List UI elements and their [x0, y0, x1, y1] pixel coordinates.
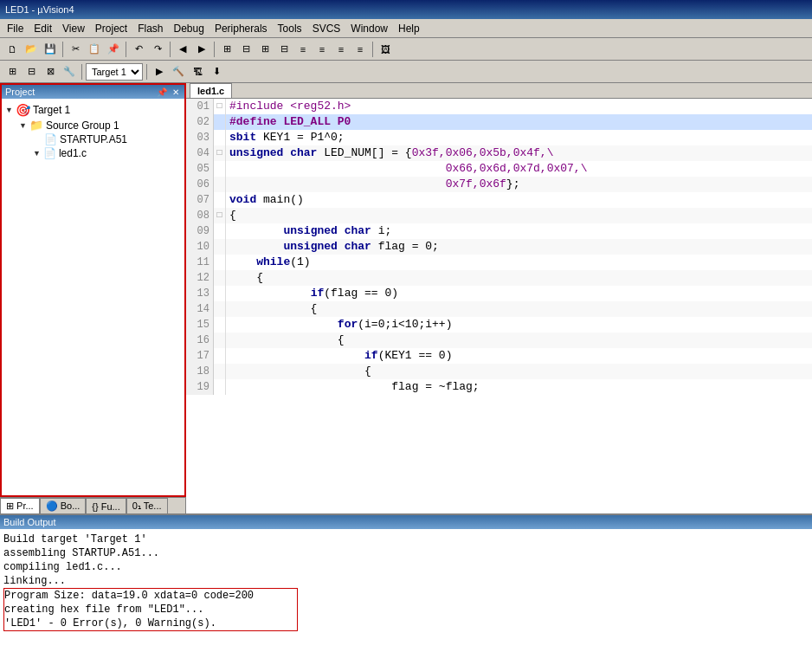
tb-btn3[interactable]: ⊞: [256, 41, 274, 58]
sep5: [372, 42, 373, 57]
folder-icon: 📁: [29, 119, 43, 132]
tb-btn1[interactable]: ⊞: [218, 41, 235, 58]
panel-header: Project 📌 ✕: [2, 85, 184, 99]
tb-new[interactable]: 🗋: [3, 41, 21, 58]
tree-target[interactable]: ▼ 🎯 Target 1: [5, 102, 181, 118]
code-line-10: 10 unsigned char flag = 0;: [186, 239, 812, 255]
code-tab[interactable]: led1.c: [190, 83, 232, 98]
target-select[interactable]: Target 1: [86, 63, 143, 81]
tb-undo[interactable]: ↶: [130, 41, 147, 58]
code-line-8: 08 □ {: [186, 208, 812, 223]
tb2-download[interactable]: ⬇: [208, 63, 225, 81]
build-line-2: assembling STARTUP.A51...: [3, 546, 809, 560]
file-asm-icon: 📄: [44, 133, 57, 145]
tb2-btn1[interactable]: ⊞: [3, 63, 21, 81]
sep3: [170, 42, 171, 57]
project-panel: Project 📌 ✕ ▼ 🎯 Target 1 ▼ 📁 Source Grou: [0, 83, 186, 497]
line-content-8: {: [226, 208, 236, 223]
line-content-19: flag = ~flag;: [226, 379, 480, 395]
line-num-18: 18: [186, 364, 214, 379]
tb-btn7[interactable]: ≡: [332, 41, 350, 58]
line-expand-1: □: [214, 99, 226, 114]
line-expand-12: [214, 270, 226, 286]
build-output-title: Build Output: [3, 517, 56, 527]
code-line-11: 11 while(1): [186, 255, 812, 270]
line-expand-18: [214, 364, 226, 379]
tab-bo[interactable]: 🔵 Bo...: [40, 498, 87, 513]
tb-open[interactable]: 📂: [23, 41, 40, 58]
tb-btn8[interactable]: ≡: [351, 41, 369, 58]
build-highlight-box: Program Size: data=19.0 xdata=0 code=200…: [3, 588, 298, 631]
tb-btn6[interactable]: ≡: [313, 41, 331, 58]
panel-pin-btn[interactable]: 📌: [155, 87, 169, 97]
code-line-12: 12 {: [186, 270, 812, 286]
line-num-17: 17: [186, 348, 214, 364]
build-line-5: Program Size: data=19.0 xdata=0 code=200: [4, 589, 297, 603]
panel-close-btn[interactable]: ✕: [171, 87, 181, 97]
tb-fwd[interactable]: ▶: [193, 41, 210, 58]
menu-window[interactable]: Window: [345, 21, 393, 36]
code-line-1: 01 □ #include <reg52.h>: [186, 99, 812, 114]
tree-source-group[interactable]: ▼ 📁 Source Group 1: [19, 118, 181, 132]
tb-back[interactable]: ◀: [174, 41, 191, 58]
menu-tools[interactable]: Tools: [273, 21, 307, 36]
tree-startup[interactable]: 📄 STARTUP.A51: [33, 132, 181, 146]
code-line-18: 18 {: [186, 364, 812, 379]
tb-btn5[interactable]: ≡: [294, 41, 312, 58]
tree-startup-label: STARTUP.A51: [60, 133, 127, 145]
line-expand-13: [214, 286, 226, 301]
build-line-3: compiling led1.c...: [3, 560, 809, 574]
tb2-build[interactable]: 🏗: [189, 63, 206, 81]
tb2-btn4[interactable]: 🔧: [61, 63, 78, 81]
code-line-19: 19 flag = ~flag;: [186, 379, 812, 395]
line-num-1: 01: [186, 99, 214, 114]
sep4: [214, 42, 215, 57]
line-content-15: for(i=0;i<10;i++): [226, 317, 452, 332]
build-output-header: Build Output: [0, 515, 812, 529]
tb-copy[interactable]: 📋: [86, 41, 103, 58]
menu-view[interactable]: View: [57, 21, 90, 36]
menu-help[interactable]: Help: [393, 21, 425, 36]
line-content-1: #include <reg52.h>: [226, 99, 351, 114]
line-content-17: if(KEY1 == 0): [226, 348, 452, 364]
expand-group-icon: ▼: [19, 121, 27, 130]
line-content-11: while(1): [226, 255, 311, 270]
code-area: 01 □ #include <reg52.h> 02 #define LED_A…: [186, 99, 812, 513]
tb-paste[interactable]: 📌: [105, 41, 122, 58]
project-tree: ▼ 🎯 Target 1 ▼ 📁 Source Group 1 📄 STARTU…: [2, 99, 184, 495]
code-line-5: 05 0x66,0x6d,0x7d,0x07,\: [186, 161, 812, 177]
code-line-7: 07 void main(): [186, 192, 812, 208]
menu-debug[interactable]: Debug: [169, 21, 209, 36]
menu-peripherals[interactable]: Peripherals: [209, 21, 273, 36]
line-content-18: {: [226, 364, 371, 379]
tb2-translate[interactable]: 🔨: [170, 63, 187, 81]
sep1: [62, 42, 63, 57]
tb2-btn3[interactable]: ⊠: [42, 63, 59, 81]
menu-file[interactable]: File: [2, 21, 29, 36]
tb-save[interactable]: 💾: [42, 41, 59, 58]
tb2-btn2[interactable]: ⊟: [23, 63, 40, 81]
sep7: [146, 64, 147, 80]
menu-edit[interactable]: Edit: [29, 21, 57, 36]
sep6: [81, 64, 82, 80]
tab-fu[interactable]: {} Fu...: [86, 498, 126, 513]
menu-flash[interactable]: Flash: [132, 21, 168, 36]
code-panel[interactable]: 01 □ #include <reg52.h> 02 #define LED_A…: [186, 99, 812, 513]
tb-cut[interactable]: ✂: [67, 41, 84, 58]
tb2-btn5[interactable]: ▶: [151, 63, 168, 81]
expand-target-icon: ▼: [5, 106, 13, 114]
line-expand-2: [214, 114, 226, 130]
line-num-6: 06: [186, 177, 214, 192]
line-num-4: 04: [186, 145, 214, 161]
tb-redo[interactable]: ↷: [149, 41, 166, 58]
menu-svcs[interactable]: SVCS: [307, 21, 346, 36]
menu-project[interactable]: Project: [90, 21, 132, 36]
tb-btn4[interactable]: ⊟: [275, 41, 293, 58]
tree-led1c[interactable]: ▼ 📄 led1.c: [33, 146, 181, 160]
line-num-3: 03: [186, 130, 214, 145]
panel-header-buttons: 📌 ✕: [155, 87, 181, 97]
tb-img[interactable]: 🖼: [377, 41, 394, 58]
tab-pr[interactable]: ⊞ Pr...: [0, 498, 40, 513]
tb-btn2[interactable]: ⊟: [237, 41, 255, 58]
tab-te[interactable]: 0₁ Te...: [126, 498, 168, 513]
